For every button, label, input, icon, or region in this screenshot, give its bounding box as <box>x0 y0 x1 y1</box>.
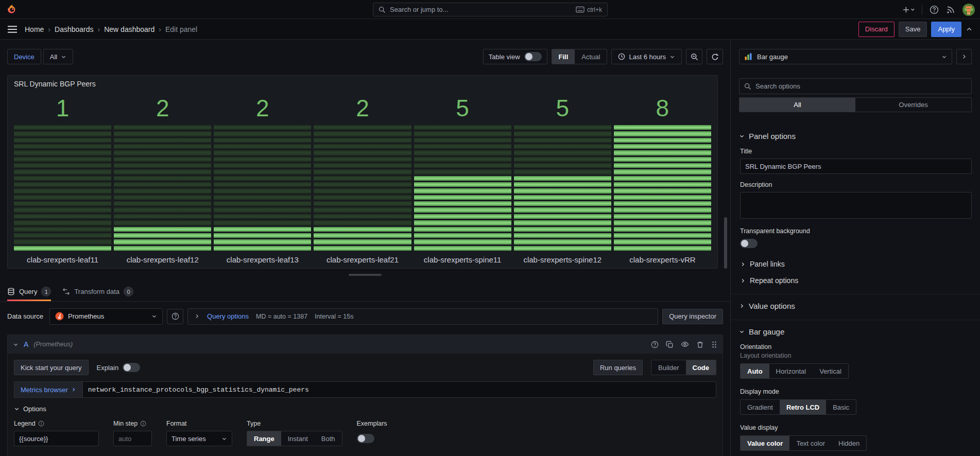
lcd-cell <box>14 201 111 206</box>
viz-panel[interactable]: SRL Dynamic BGP Peers 1clab-srexperts-le… <box>7 75 718 269</box>
chevron-down-icon <box>151 313 157 319</box>
query-options-box[interactable]: Query options MD = auto = 1387 Interval … <box>187 308 658 325</box>
options-collapse-header[interactable]: Options <box>14 405 716 413</box>
text-color-option[interactable]: Text color <box>789 436 832 450</box>
help-button[interactable] <box>930 5 939 14</box>
duplicate-query-button[interactable] <box>666 341 674 348</box>
tab-transform-data[interactable]: Transform data 0 <box>62 282 133 301</box>
breadcrumb-dashboards[interactable]: Dashboards <box>55 25 94 33</box>
gauge-value: 1 <box>14 91 111 125</box>
breadcrumb-new-dashboard[interactable]: New dashboard <box>104 25 154 33</box>
gauge-cell-stack <box>414 125 511 251</box>
type-instant-option[interactable]: Instant <box>281 431 315 446</box>
refresh-button[interactable] <box>707 49 723 64</box>
lcd-cell <box>414 214 511 219</box>
hidden-option[interactable]: Hidden <box>832 436 866 450</box>
breadcrumb-home[interactable]: Home <box>25 25 44 33</box>
type-group: Range Instant Both <box>247 431 342 446</box>
display-retro-lcd-option[interactable]: Retro LCD <box>780 400 826 414</box>
hide-query-button[interactable] <box>681 340 689 348</box>
kick-start-button[interactable]: Kick start your query <box>14 360 89 375</box>
fill-option[interactable]: Fill <box>552 49 575 64</box>
zoom-out-icon <box>691 53 698 61</box>
keyboard-icon <box>576 6 584 13</box>
panel-options-header[interactable]: Panel options <box>739 132 972 141</box>
panel-description-input[interactable] <box>740 192 972 219</box>
transparent-background-toggle[interactable] <box>740 239 758 248</box>
user-avatar[interactable] <box>962 4 975 16</box>
collapse-sidebar-button[interactable] <box>956 49 972 64</box>
value-options-header[interactable]: Value options <box>739 302 972 310</box>
variable-value-dropdown[interactable]: All <box>43 49 73 64</box>
lcd-cell <box>314 227 411 232</box>
main-scrollbar-thumb[interactable] <box>724 217 727 269</box>
lcd-cell <box>414 150 511 155</box>
lcd-cell <box>114 157 211 162</box>
search-input[interactable] <box>390 6 572 13</box>
display-gradient-option[interactable]: Gradient <box>741 400 780 414</box>
options-search[interactable] <box>739 78 972 94</box>
type-range-option[interactable]: Range <box>247 431 281 446</box>
panel-links-header[interactable]: Panel links <box>740 260 972 268</box>
lcd-cell <box>414 188 511 193</box>
drag-handle[interactable] <box>711 341 717 348</box>
promql-expression-input[interactable] <box>82 381 716 398</box>
repeat-options-header[interactable]: Repeat options <box>740 276 972 285</box>
display-mode-group: Gradient Retro LCD Basic <box>740 399 856 415</box>
orientation-vertical-option[interactable]: Vertical <box>813 364 848 378</box>
query-inspector-button[interactable]: Query inspector <box>662 309 723 324</box>
save-button[interactable]: Save <box>899 22 927 37</box>
new-menu-button[interactable] <box>902 6 915 14</box>
tab-overrides[interactable]: Overrides <box>855 98 971 112</box>
orientation-auto-option[interactable]: Auto <box>741 364 769 378</box>
section-value-options: Value options <box>731 294 980 311</box>
builder-option[interactable]: Builder <box>651 360 685 375</box>
format-select[interactable]: Time series <box>166 431 232 446</box>
display-basic-option[interactable]: Basic <box>826 400 856 414</box>
pane-splitter[interactable] <box>0 272 730 277</box>
lcd-cell <box>114 233 211 238</box>
min-step-input[interactable] <box>113 431 152 446</box>
options-search-input[interactable] <box>755 82 967 90</box>
viz-type-select[interactable]: Bar gauge <box>739 49 952 64</box>
lcd-cell <box>314 233 411 238</box>
collapse-header-button[interactable] <box>966 26 973 33</box>
type-both-option[interactable]: Both <box>315 431 342 446</box>
query-options-link[interactable]: Query options <box>207 312 249 320</box>
lcd-cell <box>614 150 711 155</box>
time-range-picker[interactable]: Last 6 hours <box>611 49 682 64</box>
bar-gauge-header[interactable]: Bar gauge <box>739 327 972 336</box>
tab-query[interactable]: Query 1 <box>7 282 51 301</box>
run-queries-button[interactable]: Run queries <box>593 360 643 375</box>
panel-title-input[interactable] <box>740 159 972 174</box>
zoom-out-button[interactable] <box>686 49 702 64</box>
fill-actual-group: Fill Actual <box>552 49 608 64</box>
news-button[interactable] <box>946 5 955 14</box>
explain-toggle[interactable] <box>123 363 140 372</box>
lcd-cell <box>514 125 611 130</box>
metrics-browser-button[interactable]: Metrics browser <box>14 381 82 398</box>
mega-menu-button[interactable] <box>7 25 18 33</box>
table-view-toggle[interactable] <box>524 52 542 61</box>
code-option[interactable]: Code <box>686 360 716 375</box>
query-help-button[interactable] <box>651 341 659 348</box>
lcd-cell <box>614 233 711 238</box>
legend-input[interactable] <box>14 431 99 446</box>
apply-button[interactable]: Apply <box>931 22 961 37</box>
variable-label[interactable]: Device <box>7 49 41 64</box>
datasource-help-button[interactable] <box>167 309 183 324</box>
orientation-horizontal-option[interactable]: Horizontal <box>769 364 813 378</box>
datasource-picker[interactable]: Prometheus <box>49 308 163 325</box>
tab-all[interactable]: All <box>740 98 855 112</box>
value-display-field: Value display Value color Text color Hid… <box>740 424 972 451</box>
value-color-option[interactable]: Value color <box>741 436 789 450</box>
exemplars-toggle[interactable] <box>357 434 374 443</box>
grafana-logo-icon[interactable] <box>6 4 18 15</box>
lcd-cell <box>214 176 311 181</box>
query-row-header[interactable]: A (Prometheus) <box>8 335 723 354</box>
global-search[interactable]: ctrl+k <box>373 3 608 16</box>
delete-query-button[interactable] <box>696 341 704 348</box>
lcd-cell <box>614 195 711 200</box>
actual-option[interactable]: Actual <box>575 49 607 64</box>
discard-button[interactable]: Discard <box>858 22 895 37</box>
